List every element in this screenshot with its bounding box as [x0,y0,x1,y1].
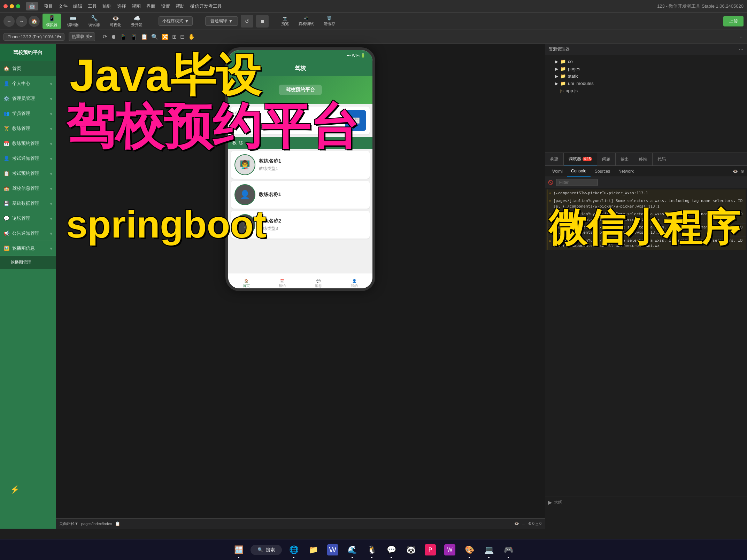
subtab-sources[interactable]: Sources [591,166,614,177]
menu-select[interactable]: 选择 [117,3,126,9]
sidebar-item-student[interactable]: 👥 学员管理 ∨ [0,106,56,121]
sidebar-item-home[interactable]: 🏠 首页 [0,61,56,76]
inspect-icon[interactable]: 👁️ [514,521,519,526]
copy-icon[interactable]: 📋 [141,33,148,40]
sidebar-item-trainer[interactable]: 🏋️ 教练管理 ∨ [0,121,56,136]
refresh-button[interactable]: ↺ [241,15,253,28]
record-icon[interactable]: ⏺ [111,34,116,40]
tree-item-pages[interactable]: ▶ 📁 pages [548,65,744,72]
menu-help[interactable]: 帮助 [176,3,185,9]
more-file-options[interactable]: ··· [739,46,744,53]
taskbar-paint[interactable]: 🎨 [460,541,478,559]
copy-path-icon[interactable]: 📋 [115,521,120,526]
debugger-button[interactable]: 🔧 调试器 [85,14,103,29]
sidebar-item-exam-booking[interactable]: 📋 考试预约管理 ∨ [0,166,56,181]
trainer-card-1[interactable]: 👤 教练名称1 [231,181,370,209]
filter-toggle-icon[interactable]: ⊘ [741,169,744,174]
tree-item-appjs[interactable]: ▶ js app.js [548,87,744,94]
tree-item-uni-modules[interactable]: ▶ 📁 uni_modules [548,80,744,87]
menu-edit[interactable]: 编辑 [73,3,82,9]
visual-button[interactable]: 👁️ 可视化 [106,14,125,29]
compile-mode-selector[interactable]: 普通编译 ▼ [205,16,238,26]
miniprogram-mode-selector[interactable]: 小程序模式 ▼ [159,16,193,26]
menu-tools[interactable]: 工具 [88,3,97,9]
menu-goto[interactable]: 跳到 [102,3,111,9]
sidebar-item-banner-info[interactable]: 🖼️ 轮播图信息 ∨ [0,241,56,256]
taskbar-explorer[interactable]: 📁 [304,541,322,559]
cloud-button[interactable]: ☁️ 云开发 [128,14,146,29]
page-path-label[interactable]: 页面路径▼ [59,521,78,526]
sidebar-item-admin[interactable]: ⚙️ 管理员管理 ∨ [0,91,56,106]
realdevice-button[interactable]: 📲 真机调试 [295,15,317,28]
close-button[interactable] [3,4,8,8]
tab-code[interactable]: 代码 [653,153,671,165]
phone-portrait-icon[interactable]: 📱 [120,33,127,40]
bottom-nav-booking[interactable]: 📅 预约 [279,279,286,288]
tab-build[interactable]: 构建 [545,153,564,165]
hand-icon[interactable]: ✋ [188,33,195,40]
tab-issues[interactable]: 问题 [597,153,616,165]
tree-item-static[interactable]: ▶ 📁 static [548,72,744,80]
taskbar-panda[interactable]: 🐼 [402,541,420,559]
eye-toggle-icon[interactable]: 👁️ [733,169,738,174]
phone-landscape-icon[interactable]: 📱 [130,33,137,40]
menu-file[interactable]: 文件 [59,3,68,9]
grid-icon[interactable]: ⊟ [180,33,185,40]
simulator-button[interactable]: 📱 模拟器 [43,14,61,29]
hot-reload-toggle[interactable]: 热重载 关▾ [69,32,95,41]
more-options-icon[interactable]: ··· [522,522,525,526]
bottom-nav-message[interactable]: 💬 消息 [315,279,322,288]
bottom-nav-profile[interactable]: 👤 我的 [351,279,358,288]
taskbar-game[interactable]: 🎮 [499,541,517,559]
tree-item-co[interactable]: ▶ 📁 co [548,58,744,65]
sidebar-item-exam-notice[interactable]: 👤 考试通知管理 ∨ [0,151,56,166]
menu-view[interactable]: 视图 [132,3,141,9]
menu-interface[interactable]: 界面 [146,3,155,9]
sidebar-item-announcement[interactable]: 📢 公告通知管理 ∨ [0,226,56,241]
taskbar-app-p[interactable]: P [421,541,439,559]
branch-icon[interactable]: 🔀 [162,33,169,40]
subtab-console[interactable]: Console [567,166,591,177]
bottom-action-icon[interactable]: ⚡ [7,482,22,497]
editor-button[interactable]: ⌨️ 编辑器 [64,14,82,29]
split-icon[interactable]: ⊞ [172,33,177,40]
taskbar-qq[interactable]: 🐧 [363,541,381,559]
menu-devtools[interactable]: 微信开发者工具 [190,3,222,9]
taskbar-edge[interactable]: 🌊 [343,541,361,559]
sidebar-item-basic-data[interactable]: 💾 基础数据管理 ∨ [0,196,56,211]
trainer-card-2[interactable]: 🕴️ 教练名称2 教练类型3 [231,211,370,239]
forward-button[interactable]: → [16,16,27,27]
clear-console-icon[interactable]: 🚫 [548,180,553,185]
preview-button[interactable]: 📷 预览 [278,15,292,28]
sidebar-item-banner-manage[interactable]: 轮播图管理 [0,256,56,269]
taskbar-search-box[interactable]: 🔍 搜索 [251,545,282,555]
stop-button[interactable]: ⏹ [256,15,269,28]
taskbar-app1[interactable]: W [324,541,342,559]
taskbar-wechat[interactable]: 💬 [382,541,400,559]
tab-terminal[interactable]: 终端 [634,153,653,165]
clearcache-button[interactable]: 🗑️ 清缓存 [320,15,339,28]
sidebar-item-trainer-booking[interactable]: 📅 教练预约管理 ∨ [0,136,56,151]
menu-project[interactable]: 项目 [44,3,53,9]
menu-settings[interactable]: 设置 [161,3,170,9]
sidebar-item-forum[interactable]: 💬 论坛管理 ∨ [0,211,56,226]
home-button[interactable]: 🏠 [29,16,40,27]
taskbar-browser[interactable]: 🌐 [285,541,303,559]
upload-button[interactable]: 上传 [723,16,744,26]
tab-output[interactable]: 输出 [616,153,634,165]
taskbar-app-w[interactable]: W [441,541,459,559]
maximize-button[interactable] [16,4,20,8]
bottom-nav-home[interactable]: 🏠 首页 [243,279,250,288]
sidebar-item-personal[interactable]: 👤 个人中心 ∨ [0,76,56,91]
subtab-network[interactable]: Network [614,166,638,177]
search-icon[interactable]: 🔍 [151,33,158,40]
rotate-icon[interactable]: ⟳ [103,33,107,40]
minimize-button[interactable] [10,4,14,8]
tab-debugger[interactable]: 调试器 4.15 [564,153,597,165]
trainer-card-0[interactable]: 👨‍🏫 教练名称1 教练类型1 [231,151,370,179]
device-selector[interactable]: iPhone 12/13 (Pro) 100% 16▾ [3,33,64,41]
console-filter-input[interactable] [556,179,598,186]
taskbar-devtools[interactable]: 💻 [480,541,498,559]
back-button[interactable]: ← [3,16,15,27]
sidebar-item-school-info[interactable]: 🏫 驾校信息管理 ∨ [0,181,56,196]
